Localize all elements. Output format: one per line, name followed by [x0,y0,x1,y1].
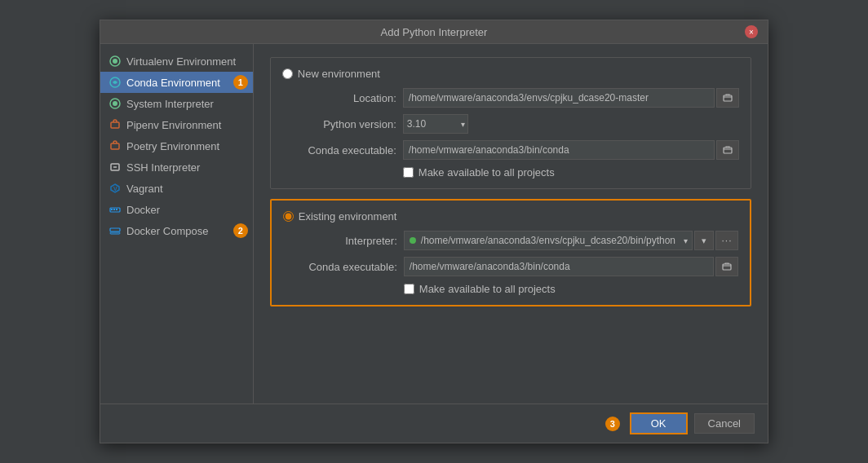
conda-exec-row-existing: Conda executable: [283,257,738,276]
conda-exec-input-group-existing [404,257,738,276]
docker-icon [108,203,122,216]
make-available-row-new: Make available to all projects [403,166,739,179]
make-available-label-existing[interactable]: Make available to all projects [419,283,556,295]
interpreter-value-text: /home/vmware/anaconda3/envs/cpjku_dcase2… [421,235,675,246]
new-env-header: New environment [282,68,739,80]
svg-point-4 [113,101,117,106]
conda-icon [108,76,122,89]
conda-exec-input-group-new [403,140,739,160]
svg-rect-17 [724,95,732,101]
make-available-checkbox-existing[interactable] [404,284,414,294]
cancel-button[interactable]: Cancel [694,413,755,434]
svg-rect-14 [116,209,117,210]
conda-exec-label-existing: Conda executable: [283,261,397,273]
python-version-select[interactable]: 3.10 3.9 3.8 [403,114,468,134]
location-browse-button[interactable] [716,88,739,108]
green-dot-icon [410,237,416,244]
dialog-title: Add Python Interpreter [123,26,745,38]
python-version-row: Python version: 3.10 3.9 3.8 [282,114,739,134]
sidebar-item-conda[interactable]: Conda Environment 1 [100,72,253,93]
close-button[interactable]: × [745,25,758,38]
docker-compose-badge: 2 [233,223,248,238]
svg-rect-18 [724,148,732,153]
svg-rect-12 [111,209,113,210]
conda-exec-browse-button-existing[interactable] [715,257,738,276]
existing-environment-label[interactable]: Existing environment [299,210,397,223]
location-input-group [403,88,739,108]
interpreter-select-group: /home/vmware/anaconda3/envs/cpjku_dcase2… [404,231,738,250]
sidebar-item-pipenv[interactable]: Pipenv Environment [100,114,253,135]
poetry-icon [108,139,122,152]
python-version-label: Python version: [282,118,396,130]
sidebar-item-vagrant[interactable]: V Vagrant [100,178,253,199]
location-row: Location: [282,88,739,108]
sidebar-label-pipenv: Pipenv Environment [126,119,221,131]
conda-exec-input-new[interactable] [403,140,715,160]
sidebar-label-system: System Interpreter [126,98,214,110]
svg-text:V: V [113,186,117,192]
system-icon [108,97,122,110]
sidebar-label-virtualenv: Virtualenv Environment [126,55,236,68]
sidebar-item-docker-compose[interactable]: Docker Compose 2 [100,220,253,241]
interpreter-row: Interpreter: /home/vmware/anaconda3/envs… [283,231,738,250]
make-available-row-existing: Make available to all projects [404,283,738,295]
location-label: Location: [282,92,396,104]
dialog-footer: 3 OK Cancel [100,403,768,443]
add-interpreter-dialog: Add Python Interpreter × Virtualenv Envi… [100,20,768,443]
sidebar-item-poetry[interactable]: Poetry Environment [100,135,253,157]
svg-rect-16 [110,232,120,234]
svg-rect-6 [111,143,119,149]
pipenv-icon [108,118,122,131]
sidebar-label-vagrant: Vagrant [126,183,163,195]
sidebar-label-docker-compose: Docker Compose [126,225,208,237]
location-input[interactable] [403,88,715,108]
footer-badge: 3 [605,417,620,431]
existing-env-header: Existing environment [283,210,738,223]
new-environment-label[interactable]: New environment [298,68,380,80]
conda-badge: 1 [233,75,248,90]
existing-environment-section: Existing environment Interpreter: /home/… [270,199,751,306]
new-environment-radio[interactable] [282,68,293,79]
sidebar-label-conda: Conda Environment [126,77,220,89]
virtualenv-icon [108,55,122,68]
sidebar-item-system[interactable]: System Interpreter [100,93,253,114]
interpreter-dropdown-button[interactable]: ▾ [694,231,714,250]
svg-rect-15 [110,228,120,232]
conda-exec-label-new: Conda executable: [282,144,396,157]
vagrant-icon: V [108,182,122,195]
interpreter-value-display: /home/vmware/anaconda3/envs/cpjku_dcase2… [404,231,693,250]
sidebar-item-ssh[interactable]: SSH Interpreter [100,157,253,178]
dialog-body: Virtualenv Environment Conda Environment… [100,44,768,403]
sidebar: Virtualenv Environment Conda Environment… [100,44,254,403]
ok-button[interactable]: OK [630,412,688,434]
sidebar-label-poetry: Poetry Environment [126,140,219,152]
make-available-label-new[interactable]: Make available to all projects [418,166,555,179]
existing-environment-radio[interactable] [283,211,294,222]
svg-rect-19 [723,264,731,270]
svg-rect-5 [111,122,119,128]
title-bar: Add Python Interpreter × [100,20,768,44]
interpreter-dots-button[interactable]: ··· [715,231,738,250]
sidebar-item-docker[interactable]: Docker [100,199,253,220]
svg-point-1 [113,59,117,64]
conda-exec-browse-button-new[interactable] [716,140,739,160]
conda-exec-row-new: Conda executable: [282,140,739,160]
sidebar-label-ssh: SSH Interpreter [126,161,200,174]
interpreter-combo[interactable]: /home/vmware/anaconda3/envs/cpjku_dcase2… [404,231,693,250]
python-version-select-wrapper: 3.10 3.9 3.8 [403,114,468,134]
svg-rect-13 [113,209,115,210]
main-content: New environment Location: Python version… [254,44,768,403]
new-environment-section: New environment Location: Python version… [270,57,751,189]
sidebar-item-virtualenv[interactable]: Virtualenv Environment [100,51,253,72]
docker-compose-icon [108,224,122,237]
interpreter-label: Interpreter: [283,235,397,247]
make-available-checkbox-new[interactable] [403,167,414,178]
sidebar-label-docker: Docker [126,204,160,216]
ssh-icon [108,161,122,174]
conda-exec-input-existing[interactable] [404,257,714,276]
